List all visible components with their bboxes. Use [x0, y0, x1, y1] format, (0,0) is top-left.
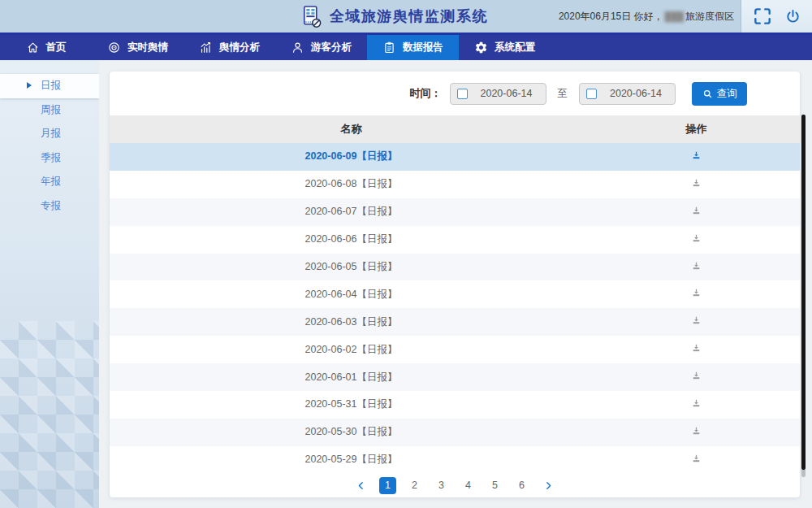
eye-icon	[107, 41, 121, 54]
prev-page-icon[interactable]	[352, 480, 369, 491]
app-logo-icon	[299, 4, 323, 28]
report-name: 2020-06-02【日报】	[110, 343, 593, 357]
main-content: 时间： 2020-06-14 至 2020-06-14	[99, 60, 812, 508]
page-button-5[interactable]: 5	[486, 477, 503, 494]
date-from-input[interactable]: 2020-06-14	[450, 83, 546, 105]
masked-username: ███	[665, 11, 684, 21]
download-icon[interactable]	[691, 343, 702, 354]
download-icon[interactable]	[691, 206, 702, 216]
report-name: 2020-06-01【日报】	[110, 371, 593, 384]
trend-chart-icon	[199, 41, 213, 54]
nav-label: 首页	[46, 41, 67, 54]
sidebar-item-monthly-report[interactable]: 月报	[0, 122, 99, 146]
page-button-2[interactable]: 2	[406, 477, 423, 494]
search-icon	[702, 89, 713, 99]
report-card: 时间： 2020-06-14 至 2020-06-14	[110, 72, 800, 497]
download-icon[interactable]	[691, 371, 702, 381]
report-name: 2020-06-06【日报】	[110, 232, 593, 246]
page-button-3[interactable]: 3	[433, 477, 450, 494]
date-to-value: 2020-06-14	[597, 88, 675, 99]
report-name: 2020-05-31【日报】	[110, 397, 593, 411]
sidebar-item-label: 年报	[41, 176, 61, 187]
nav-label: 舆情分析	[219, 41, 260, 54]
table-row[interactable]: 2020-05-29【日报】	[110, 446, 800, 474]
page-button-1[interactable]: 1	[379, 477, 396, 494]
report-name: 2020-06-03【日报】	[110, 315, 593, 329]
sidebar: 日报 周报 月报 季报 年报 专报	[0, 60, 99, 508]
download-icon[interactable]	[691, 261, 702, 271]
nav-tab-home[interactable]: 首页	[0, 35, 92, 60]
table-row[interactable]: 2020-06-03【日报】	[110, 308, 800, 336]
nav-tab-system-config[interactable]: 系统配置	[459, 35, 551, 60]
gear-icon	[474, 41, 488, 54]
report-name: 2020-06-09【日报】	[110, 150, 593, 163]
calendar-icon	[457, 89, 468, 99]
table-row[interactable]: 2020-05-30【日报】	[110, 419, 800, 446]
user-info: 2020年06月15日 你好， ███ 旅游度假区	[559, 0, 734, 33]
next-page-icon[interactable]	[540, 480, 557, 491]
page-button-4[interactable]: 4	[460, 477, 477, 494]
sidebar-item-label: 月报	[41, 128, 61, 139]
report-icon	[382, 41, 396, 54]
table-row[interactable]: 2020-06-07【日报】	[110, 198, 800, 226]
sidebar-item-annual-report[interactable]: 年报	[0, 170, 99, 194]
nav-tab-sentiment-analysis[interactable]: 舆情分析	[184, 35, 275, 60]
org-name: 旅游度假区	[685, 10, 734, 24]
table-header: 名称 操作	[110, 115, 800, 143]
calendar-icon	[586, 89, 597, 99]
sidebar-item-special-report[interactable]: 专报	[0, 194, 99, 219]
table-row[interactable]: 2020-06-09【日报】	[110, 143, 800, 171]
sidebar-item-label: 专报	[41, 200, 61, 211]
active-arrow-icon	[27, 82, 32, 89]
table-row[interactable]: 2020-06-08【日报】	[110, 171, 800, 198]
table-row[interactable]: 2020-06-06【日报】	[110, 226, 800, 254]
name-column-header: 名称	[110, 122, 593, 137]
nav-tab-realtime-sentiment[interactable]: 实时舆情	[92, 35, 184, 60]
operation-column-header: 操作	[593, 122, 800, 137]
power-icon[interactable]	[784, 8, 801, 25]
pagination: 1 2 3 4 5 6	[110, 474, 800, 497]
date-to-input[interactable]: 2020-06-14	[579, 83, 676, 105]
download-icon[interactable]	[691, 426, 702, 436]
report-name: 2020-06-04【日报】	[110, 288, 593, 302]
main-nav: 首页 实时舆情 舆情分析	[0, 33, 812, 60]
download-icon[interactable]	[691, 150, 702, 161]
table-row[interactable]: 2020-06-02【日报】	[110, 336, 800, 363]
query-button[interactable]: 查询	[692, 82, 747, 106]
fullscreen-icon[interactable]	[752, 6, 773, 27]
top-actions	[741, 0, 812, 33]
table-row[interactable]: 2020-06-01【日报】	[110, 363, 800, 391]
download-icon[interactable]	[691, 315, 702, 326]
nav-label: 游客分析	[311, 41, 352, 54]
time-label: 时间：	[410, 86, 442, 101]
download-icon[interactable]	[691, 233, 702, 244]
brand: 全域旅游舆情监测系统	[299, 0, 488, 33]
date-from-value: 2020-06-14	[468, 88, 546, 99]
sidebar-item-weekly-report[interactable]: 周报	[0, 98, 99, 123]
app-title: 全域旅游舆情监测系统	[330, 7, 488, 26]
report-name: 2020-05-29【日报】	[110, 453, 593, 467]
table-row[interactable]: 2020-06-04【日报】	[110, 280, 800, 308]
download-icon[interactable]	[691, 398, 702, 409]
report-name: 2020-06-05【日报】	[110, 260, 593, 274]
sidebar-item-label: 季报	[41, 152, 61, 163]
download-icon[interactable]	[691, 288, 702, 298]
home-icon	[26, 41, 40, 54]
table-row[interactable]: 2020-06-05【日报】	[110, 254, 800, 281]
sidebar-item-daily-report[interactable]: 日报	[0, 74, 99, 98]
download-icon[interactable]	[691, 454, 702, 464]
report-name: 2020-06-07【日报】	[110, 205, 593, 219]
nav-tab-visitor-analysis[interactable]: 游客分析	[275, 35, 367, 60]
nav-label: 实时舆情	[127, 41, 168, 54]
sidebar-item-label: 周报	[41, 104, 61, 115]
table-row[interactable]: 2020-05-31【日报】	[110, 391, 800, 419]
vertical-scrollbar[interactable]	[801, 115, 806, 470]
sidebar-item-quarterly-report[interactable]: 季报	[0, 146, 99, 171]
nav-tab-data-report[interactable]: 数据报告	[367, 35, 459, 60]
filter-row: 时间： 2020-06-14 至 2020-06-14	[110, 72, 800, 115]
page-button-6[interactable]: 6	[513, 477, 530, 494]
table-body: 2020-06-09【日报】 2020-06-08【日报】 2020-06-07…	[110, 143, 800, 474]
to-label: 至	[558, 87, 568, 101]
download-icon[interactable]	[691, 178, 702, 189]
date-greeting: 2020年06月15日 你好，	[559, 10, 663, 24]
